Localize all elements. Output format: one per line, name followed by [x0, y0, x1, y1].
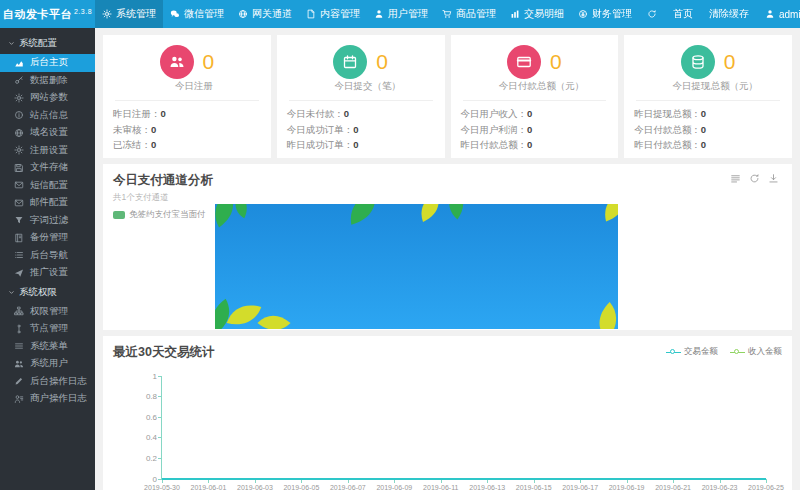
legend-item[interactable]: 交易金额 — [666, 346, 718, 358]
legend-label: 收入金额 — [748, 346, 782, 358]
x-axis-tick-label: 2019-06-15 — [516, 484, 552, 490]
sidebar-item[interactable]: 推广设置 — [0, 264, 95, 282]
database-icon — [690, 54, 706, 70]
stat-row-value: 0 — [353, 124, 358, 135]
chart-toolbox — [730, 173, 779, 184]
globe-icon — [238, 9, 248, 19]
home-link[interactable]: 首页 — [665, 0, 701, 28]
sidebar-item-label: 后台操作日志 — [30, 375, 87, 388]
sidebar-item[interactable]: 权限管理 — [0, 303, 95, 321]
data-view-icon[interactable] — [730, 173, 741, 184]
gear-icon — [102, 9, 112, 19]
user-icon — [765, 9, 775, 19]
pay-legend-item[interactable]: 免签约支付宝当面付 — [113, 209, 206, 221]
stat-row-label: 昨日提现总额 — [634, 108, 691, 119]
sidebar-item-label: 域名设置 — [30, 126, 68, 139]
stat-row: 昨日付款总额：0 — [461, 137, 609, 153]
top-menu-item[interactable]: 系统管理 — [95, 0, 163, 28]
sidebar-item[interactable]: 字词过滤 — [0, 212, 95, 230]
series-line — [162, 478, 766, 480]
stat-label: 今日注册 — [113, 80, 261, 93]
top-menu-item[interactable]: 交易明细 — [503, 0, 571, 28]
stat-label: 今日提交（笔） — [287, 80, 435, 93]
legend-item[interactable]: 收入金额 — [730, 346, 782, 358]
sidebar-item[interactable]: 站点信息 — [0, 107, 95, 125]
brand-logo[interactable]: 自动发卡平台2.3.8 — [0, 0, 95, 28]
brand-title: 自动发卡平台 — [3, 7, 72, 22]
sidebar-item[interactable]: 后台操作日志 — [0, 373, 95, 391]
sidebar-item-label: 系统权限 — [19, 286, 57, 299]
y-axis-tick-label: 0.6 — [146, 412, 157, 421]
sidebar-item[interactable]: 后台主页 — [0, 54, 95, 72]
sidebar: 系统配置后台主页数据删除网站参数站点信息域名设置注册设置文件存储短信配置邮件配置… — [0, 28, 95, 490]
top-menu-item[interactable]: 网关通道 — [231, 0, 299, 28]
refresh-button[interactable] — [639, 0, 665, 28]
sidebar-item-label: 备份管理 — [30, 231, 68, 244]
sidebar-item[interactable]: 数据删除 — [0, 72, 95, 90]
file-icon — [306, 9, 316, 19]
x-axis-tick-label: 2019-06-13 — [469, 484, 505, 490]
sidebar-item-label: 系统配置 — [19, 37, 57, 50]
sidebar-item-label: 站点信息 — [30, 109, 68, 122]
restore-icon[interactable] — [749, 173, 760, 184]
sidebar-item[interactable]: 系统用户 — [0, 355, 95, 373]
sidebar-item[interactable]: 域名设置 — [0, 124, 95, 142]
sidebar-item[interactable]: 注册设置 — [0, 142, 95, 160]
sidebar-item-label: 后台主页 — [30, 56, 68, 69]
stat-card: 0今日提交（笔）今日未付款：0今日成功订单：0昨日成功订单：0 — [277, 35, 445, 158]
sidebar-group[interactable]: 系统配置 — [0, 33, 95, 54]
stat-card: 0今日注册昨日注册：0未审核：0已冻结：0 — [103, 35, 271, 158]
legend-marker-icon — [666, 348, 681, 356]
sidebar-group[interactable]: 系统权限 — [0, 282, 95, 303]
sidebar-item-label: 系统菜单 — [30, 340, 68, 353]
top-menu-item[interactable]: 财务管理 — [571, 0, 639, 28]
credit-card-icon — [516, 54, 532, 70]
top-menu-item[interactable]: 微信管理 — [163, 0, 231, 28]
sidebar-item[interactable]: 短信配置 — [0, 177, 95, 195]
stat-card: 0今日付款总额（元）今日用户收入：0今日用户利润：0昨日付款总额：0 — [451, 35, 619, 158]
stat-row-label: 已冻结 — [113, 139, 142, 150]
sidebar-item[interactable]: 节点管理 — [0, 320, 95, 338]
sidebar-item[interactable]: 商户操作日志 — [0, 390, 95, 408]
sidebar-item[interactable]: 后台导航 — [0, 247, 95, 265]
stat-row-label: 昨日成功订单 — [287, 139, 344, 150]
top-menu-item[interactable]: 商品管理 — [435, 0, 503, 28]
stat-row: 今日用户利润：0 — [461, 122, 609, 138]
sidebar-item[interactable]: 系统菜单 — [0, 338, 95, 356]
book-icon — [13, 233, 24, 243]
transactions-title: 最近30天交易统计 — [113, 344, 214, 361]
pay-panel-title: 今日支付通道分析 — [113, 172, 782, 189]
y-axis-tick-label: 1 — [153, 371, 157, 380]
gear-icon — [13, 93, 24, 103]
top-menu: 系统管理微信管理网关通道内容管理用户管理商品管理交易明细财务管理 — [95, 0, 639, 28]
sidebar-item-label: 推广设置 — [30, 266, 68, 279]
stat-value: 0 — [550, 45, 562, 79]
stat-row-value: 0 — [151, 139, 156, 150]
user-icon — [374, 9, 384, 19]
sidebar-item-label: 字词过滤 — [30, 214, 68, 227]
stat-value: 0 — [203, 45, 215, 79]
chevron-down-icon — [8, 289, 15, 296]
top-menu-item[interactable]: 内容管理 — [299, 0, 367, 28]
user-name: admin — [779, 9, 800, 20]
sidebar-item-label: 数据删除 — [30, 74, 68, 87]
sidebar-item[interactable]: 文件存储 — [0, 159, 95, 177]
sidebar-item[interactable]: 网站参数 — [0, 89, 95, 107]
stat-value: 0 — [724, 45, 736, 79]
download-icon[interactable] — [768, 173, 779, 184]
stat-row: 昨日提现总额：0 — [634, 106, 782, 122]
save-icon — [13, 163, 24, 173]
sidebar-item[interactable]: 备份管理 — [0, 229, 95, 247]
top-menu-item[interactable]: 用户管理 — [367, 0, 435, 28]
sidebar-item[interactable]: 邮件配置 — [0, 194, 95, 212]
y-axis-tick — [158, 396, 162, 397]
clear-cache-link[interactable]: 清除缓存 — [701, 0, 757, 28]
user-menu[interactable]: admin — [757, 0, 800, 28]
legend-label: 免签约支付宝当面付 — [129, 209, 206, 221]
payment-channel-panel: 今日支付通道分析 共1个支付通道 免签约支付宝当面付 — [103, 164, 792, 330]
stat-row: 昨日付款总额：0 — [634, 137, 782, 153]
sidebar-item-label: 注册设置 — [30, 144, 68, 157]
stat-row-label: 今日付款总额 — [634, 124, 691, 135]
sidebar-item-label: 权限管理 — [30, 305, 68, 318]
top-menu-label: 交易明细 — [524, 7, 564, 21]
